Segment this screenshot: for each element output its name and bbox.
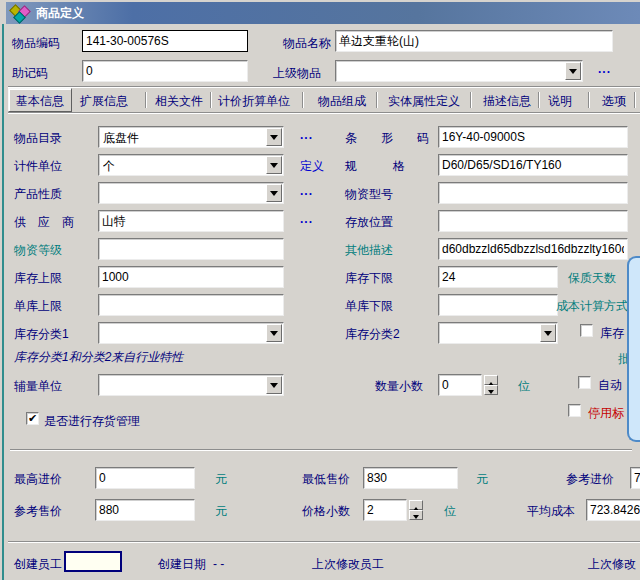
grade-input[interactable] — [98, 238, 284, 260]
catalog-label: 物品目录 — [14, 131, 62, 145]
footer-divider — [8, 541, 640, 543]
single-lower-label: 单库下限 — [345, 299, 393, 313]
tab-pricing-unit[interactable]: 计价折算单位 — [218, 93, 290, 110]
product-definition-window: 商品定义 物品编码 物品名称 助记码 上级物品 ... 基本信息 扩展信息 相关… — [0, 0, 640, 580]
auto-checkbox-label: 自动 — [598, 378, 622, 392]
min-sale-label: 最低售价 — [302, 472, 350, 486]
creator-label: 创建员工 — [14, 557, 62, 571]
nature-label: 产品性质 — [14, 187, 62, 201]
single-upper-input[interactable] — [98, 294, 284, 316]
spin-down-icon[interactable] — [484, 385, 498, 395]
stock-batch-checkbox[interactable] — [580, 324, 593, 337]
tab-extended-info[interactable]: 扩展信息 — [80, 93, 128, 110]
qty-decimal-label: 数量小数 — [375, 379, 423, 393]
chevron-down-icon[interactable] — [266, 156, 282, 174]
ref-purchase-input[interactable] — [630, 467, 640, 489]
chevron-down-icon[interactable] — [266, 376, 282, 394]
single-lower-input[interactable] — [438, 294, 558, 316]
inventory-mgmt-label: 是否进行存货管理 — [44, 414, 140, 428]
price-decimal-stepper[interactable] — [409, 500, 423, 520]
tab-entity-attributes[interactable]: 实体属性定义 — [388, 93, 460, 110]
barcode-label: 条 形 码 — [345, 131, 429, 145]
avg-cost-input[interactable] — [586, 499, 640, 521]
single-upper-label: 单库上限 — [14, 299, 62, 313]
overlapping-window-edge[interactable] — [627, 256, 640, 442]
aux-unit-select[interactable] — [98, 374, 284, 396]
title-bar[interactable]: 商品定义 — [6, 2, 640, 24]
parent-item-select[interactable] — [335, 60, 583, 82]
creator-input[interactable] — [64, 551, 122, 572]
chevron-down-icon[interactable] — [565, 62, 581, 80]
tab-divider — [302, 92, 303, 108]
modified-label: 上次修改 — [588, 557, 636, 571]
qty-decimal-stepper[interactable] — [484, 375, 498, 395]
spin-up-icon[interactable] — [409, 500, 423, 510]
price-decimal-input[interactable] — [363, 499, 407, 521]
barcode-input[interactable] — [438, 126, 628, 148]
spec-input[interactable] — [438, 154, 628, 176]
other-desc-input[interactable] — [438, 238, 628, 260]
inventory-mgmt-checkbox[interactable]: ✔ — [26, 412, 39, 425]
stock-class1-select[interactable] — [98, 322, 284, 344]
qty-decimal-input[interactable] — [438, 374, 482, 396]
unit-select[interactable]: 个 — [98, 154, 284, 176]
mnemonic-input[interactable] — [82, 60, 248, 82]
max-purchase-label: 最高进价 — [14, 472, 62, 486]
ref-purchase-label: 参考进价 — [566, 472, 614, 486]
nature-select[interactable] — [98, 182, 284, 204]
item-code-label: 物品编码 — [12, 36, 60, 50]
model-label: 物资型号 — [345, 187, 393, 201]
stock-class2-label: 库存分类2 — [345, 327, 400, 341]
section-divider — [10, 449, 632, 451]
mnemonic-label: 助记码 — [12, 66, 48, 80]
max-purchase-input[interactable] — [95, 467, 195, 489]
avg-cost-label: 平均成本 — [527, 504, 575, 518]
ref-sale-unit: 元 — [215, 504, 227, 518]
spin-up-icon[interactable] — [484, 375, 498, 385]
location-label: 存放位置 — [345, 215, 393, 229]
unit-define-link[interactable]: 定义 — [300, 159, 324, 173]
location-input[interactable] — [438, 210, 628, 232]
chevron-down-icon[interactable] — [266, 128, 282, 146]
tab-divider — [145, 92, 146, 108]
max-purchase-unit: 元 — [215, 472, 227, 486]
nature-browse-button[interactable]: ... — [300, 184, 313, 198]
qty-decimal-suffix: 位 — [518, 379, 530, 393]
aux-unit-label: 辅量单位 — [14, 379, 62, 393]
create-date-label: 创建日期 — [158, 557, 206, 571]
item-name-label: 物品名称 — [283, 36, 331, 50]
stock-class2-select[interactable] — [438, 322, 558, 344]
disable-checkbox-label: 停用标 — [588, 406, 624, 420]
tab-divider — [634, 92, 635, 108]
chevron-down-icon[interactable] — [540, 324, 556, 342]
tab-notes[interactable]: 说明 — [548, 93, 572, 110]
item-code-input[interactable] — [82, 30, 248, 52]
auto-checkbox[interactable] — [578, 376, 591, 389]
price-decimal-suffix: 位 — [444, 504, 456, 518]
min-sale-input[interactable] — [363, 467, 458, 489]
stock-lower-input[interactable] — [438, 266, 558, 288]
item-name-input[interactable] — [335, 30, 613, 52]
ref-sale-input[interactable] — [95, 499, 195, 521]
tabstrip-bottom-groove — [8, 112, 640, 114]
chevron-down-icon[interactable] — [266, 324, 282, 342]
supplier-browse-button[interactable]: ... — [300, 212, 313, 226]
catalog-browse-button[interactable]: ... — [300, 128, 313, 142]
tab-basic-info[interactable]: 基本信息 — [8, 93, 72, 110]
tab-options[interactable]: 选项 — [602, 93, 626, 110]
spin-down-icon[interactable] — [409, 510, 423, 520]
tab-item-composition[interactable]: 物品组成 — [318, 93, 366, 110]
stock-lower-label: 库存下限 — [345, 271, 393, 285]
chevron-down-icon[interactable] — [266, 184, 282, 202]
parent-item-browse-button[interactable]: ... — [598, 62, 611, 76]
window-title: 商品定义 — [36, 5, 84, 22]
disable-checkbox[interactable] — [568, 404, 581, 417]
parent-window-accent — [2, 24, 4, 580]
tab-related-files[interactable]: 相关文件 — [155, 93, 203, 110]
supplier-input[interactable] — [98, 210, 284, 232]
tab-description-info[interactable]: 描述信息 — [483, 93, 531, 110]
catalog-select[interactable]: 底盘件 — [98, 126, 284, 148]
model-input[interactable] — [438, 182, 628, 204]
unit-value: 个 — [103, 158, 263, 175]
stock-upper-input[interactable] — [98, 266, 284, 288]
